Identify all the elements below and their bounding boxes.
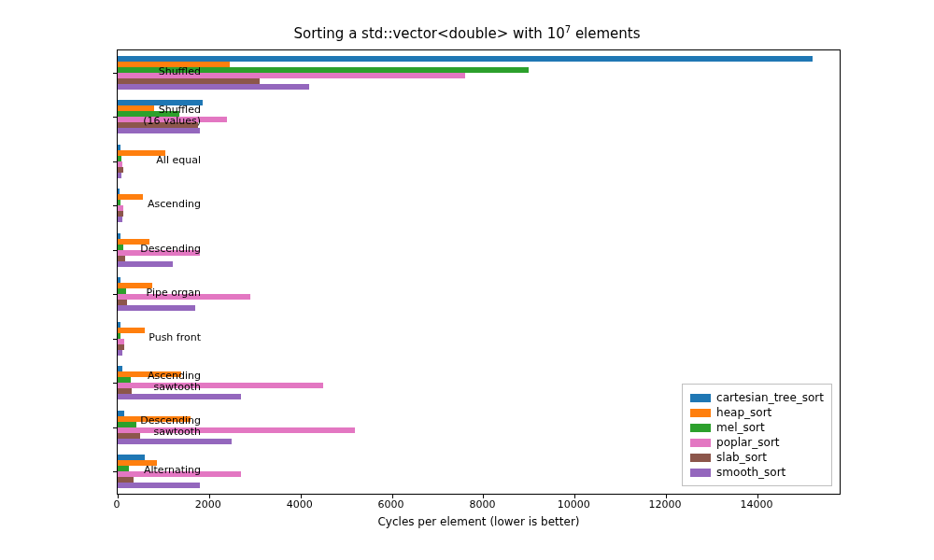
legend: cartesian_tree_sortheap_sortmel_sortpopl… bbox=[682, 384, 832, 486]
bar-smooth_sort bbox=[118, 483, 200, 488]
ytick-mark bbox=[113, 205, 118, 206]
xtick-label: 2000 bbox=[195, 498, 221, 511]
ytick-mark bbox=[113, 250, 118, 251]
legend-item: poplar_sort bbox=[690, 435, 824, 450]
bar-smooth_sort bbox=[118, 305, 195, 311]
xtick-label: 14000 bbox=[740, 498, 772, 511]
legend-item: mel_sort bbox=[690, 420, 824, 435]
bar-smooth_sort bbox=[118, 84, 309, 90]
ytick-mark bbox=[113, 339, 118, 340]
legend-swatch bbox=[690, 424, 711, 432]
legend-swatch bbox=[690, 394, 711, 402]
ytick-label: Ascending bbox=[148, 199, 201, 210]
legend-swatch bbox=[690, 454, 711, 462]
xtick-label: 4000 bbox=[287, 498, 313, 511]
ytick-label: Shuffled (16 values) bbox=[143, 105, 201, 127]
bar-smooth_sort bbox=[118, 173, 121, 178]
ytick-label: Ascending sawtooth bbox=[148, 371, 201, 393]
ytick-label: Alternating bbox=[144, 465, 201, 476]
bar-smooth_sort bbox=[118, 394, 241, 399]
xtick-label: 10000 bbox=[558, 498, 590, 511]
legend-item: smooth_sort bbox=[690, 465, 824, 480]
ytick-mark bbox=[113, 383, 118, 384]
ytick-mark bbox=[113, 471, 118, 472]
ytick-label: Descending bbox=[140, 244, 201, 255]
xtick-label: 6000 bbox=[378, 498, 404, 511]
bar-heap_sort bbox=[118, 194, 143, 200]
legend-item: slab_sort bbox=[690, 450, 824, 465]
ytick-label: Pipe organ bbox=[147, 287, 201, 299]
bar-smooth_sort bbox=[118, 128, 200, 133]
legend-label: slab_sort bbox=[716, 451, 767, 464]
legend-swatch bbox=[690, 469, 711, 477]
figure: Sorting a std::vector<double> with 107 e… bbox=[0, 0, 934, 560]
plot-area: cartesian_tree_sortheap_sortmel_sortpopl… bbox=[117, 49, 841, 495]
legend-item: cartesian_tree_sort bbox=[690, 390, 824, 405]
bar-smooth_sort bbox=[118, 350, 122, 356]
ytick-label: All equal bbox=[156, 155, 201, 166]
ytick-label: Descending sawtooth bbox=[140, 415, 201, 438]
legend-item: heap_sort bbox=[690, 405, 824, 420]
ytick-label: Shuffled bbox=[159, 66, 201, 77]
ytick-mark bbox=[113, 161, 118, 162]
legend-label: poplar_sort bbox=[716, 436, 779, 449]
bar-smooth_sort bbox=[118, 217, 122, 222]
bar-heap_sort bbox=[118, 328, 145, 333]
legend-label: mel_sort bbox=[716, 421, 765, 434]
chart-title: Sorting a std::vector<double> with 107 e… bbox=[0, 24, 934, 42]
legend-swatch bbox=[690, 439, 711, 447]
ytick-mark bbox=[113, 294, 118, 295]
xtick-label: 12000 bbox=[649, 498, 682, 511]
ytick-mark bbox=[113, 73, 118, 74]
ytick-mark bbox=[113, 117, 118, 118]
ytick-mark bbox=[113, 427, 118, 428]
legend-label: cartesian_tree_sort bbox=[716, 391, 824, 404]
x-axis-label: Cycles per element (lower is better) bbox=[117, 515, 841, 528]
legend-label: heap_sort bbox=[716, 406, 771, 419]
legend-label: smooth_sort bbox=[716, 466, 785, 479]
legend-swatch bbox=[690, 409, 711, 417]
bar-smooth_sort bbox=[118, 439, 232, 444]
xtick-label: 0 bbox=[114, 498, 120, 511]
ytick-label: Push front bbox=[149, 332, 201, 343]
bar-smooth_sort bbox=[118, 261, 173, 267]
xtick-label: 8000 bbox=[469, 498, 495, 511]
